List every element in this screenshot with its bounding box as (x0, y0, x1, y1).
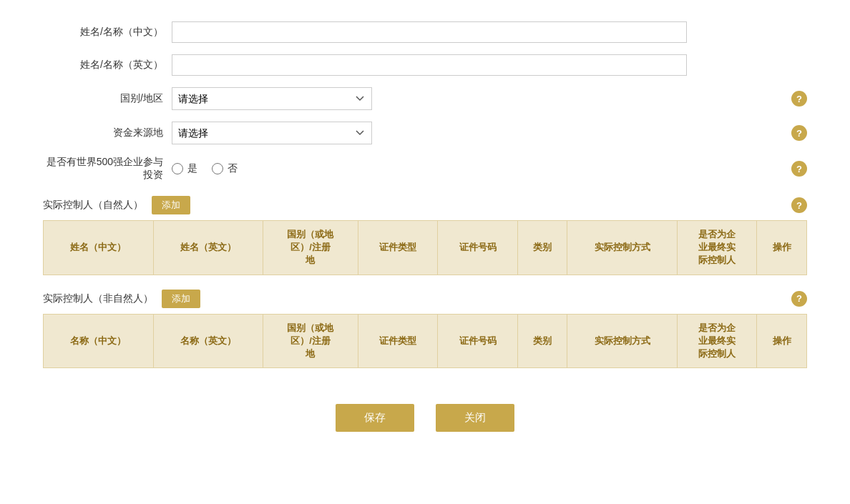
fortune500-radio-group: 是 否 (172, 162, 238, 175)
non-natural-person-add-button[interactable]: 添加 (162, 290, 200, 308)
country-label: 国别/地区 (43, 92, 172, 105)
np-col-control-method: 实际控制方式 (567, 221, 678, 275)
nnp-col-cert-type: 证件类型 (358, 314, 438, 368)
close-button[interactable]: 关闭 (436, 404, 514, 432)
nnp-col-control-method: 实际控制方式 (567, 314, 678, 368)
country-select[interactable]: 请选择 (172, 87, 372, 110)
nnp-col-is-ultimate: 是否为企业最终实际控制人 (677, 314, 757, 368)
np-col-is-ultimate: 是否为企业最终实际控制人 (677, 221, 757, 275)
non-natural-person-table: 名称（中文） 名称（英文） 国别（或地区）/注册地 证件类型 证件号码 类别 实… (43, 314, 807, 369)
name-en-input[interactable] (172, 54, 687, 76)
name-cn-input[interactable] (172, 21, 687, 43)
nnp-col-country: 国别（或地区）/注册地 (263, 314, 358, 368)
fortune500-no-option[interactable]: 否 (212, 162, 238, 175)
name-cn-label: 姓名/名称（中文） (43, 26, 172, 39)
nnp-col-name-en: 名称（英文） (153, 314, 263, 368)
save-button[interactable]: 保存 (336, 404, 414, 432)
natural-person-help-icon[interactable]: ? (791, 197, 807, 213)
fund-source-help-icon[interactable]: ? (791, 125, 807, 141)
natural-person-table-header-row: 姓名（中文） 姓名（英文） 国别（或地区）/注册地 证件类型 证件号码 类别 实… (44, 221, 807, 275)
np-col-cert-no: 证件号码 (438, 221, 518, 275)
non-natural-person-help-icon[interactable]: ? (791, 291, 807, 307)
non-natural-person-header: 实际控制人（非自然人） 添加 ? (43, 290, 807, 308)
np-col-operation: 操作 (757, 221, 807, 275)
non-natural-person-title: 实际控制人（非自然人） (43, 292, 153, 305)
np-col-name-cn: 姓名（中文） (44, 221, 154, 275)
np-col-cert-type: 证件类型 (358, 221, 438, 275)
natural-person-header: 实际控制人（自然人） 添加 ? (43, 196, 807, 214)
fortune500-label: 是否有世界500强企业参与投资 (43, 156, 172, 182)
fortune500-yes-option[interactable]: 是 (172, 162, 197, 175)
np-col-name-en: 姓名（英文） (153, 221, 263, 275)
np-col-country: 国别（或地区）/注册地 (263, 221, 358, 275)
fund-source-select[interactable]: 请选择 (172, 122, 372, 144)
nnp-col-name-cn: 名称（中文） (44, 314, 154, 368)
name-en-label: 姓名/名称（英文） (43, 59, 172, 71)
np-col-category: 类别 (517, 221, 567, 275)
fund-source-row: 资金来源地 请选择 ? (43, 122, 807, 144)
nnp-col-operation: 操作 (757, 314, 807, 368)
fortune500-yes-label: 是 (187, 162, 197, 175)
non-natural-person-section: 实际控制人（非自然人） 添加 ? 名称（中文） 名称（英文） 国别（或地区）/注… (43, 290, 807, 369)
country-help-icon[interactable]: ? (791, 91, 807, 107)
fund-source-label: 资金来源地 (43, 127, 172, 139)
bottom-buttons: 保存 关闭 (43, 404, 807, 453)
natural-person-table: 姓名（中文） 姓名（英文） 国别（或地区）/注册地 证件类型 证件号码 类别 实… (43, 220, 807, 275)
non-natural-person-table-header-row: 名称（中文） 名称（英文） 国别（或地区）/注册地 证件类型 证件号码 类别 实… (44, 314, 807, 368)
form-section: 姓名/名称（中文） 姓名/名称（英文） 国别/地区 请选择 ? 资金来源地 请选… (43, 21, 807, 182)
natural-person-add-button[interactable]: 添加 (152, 196, 190, 214)
name-cn-row: 姓名/名称（中文） (43, 21, 807, 43)
fortune500-no-radio[interactable] (212, 163, 223, 174)
natural-person-title: 实际控制人（自然人） (43, 199, 143, 212)
fortune500-help-icon[interactable]: ? (791, 161, 807, 177)
nnp-col-category: 类别 (517, 314, 567, 368)
name-en-row: 姓名/名称（英文） (43, 54, 807, 76)
fortune500-row: 是否有世界500强企业参与投资 是 否 ? (43, 156, 807, 182)
fortune500-yes-radio[interactable] (172, 163, 183, 174)
natural-person-section: 实际控制人（自然人） 添加 ? 姓名（中文） 姓名（英文） 国别（或地区）/注册… (43, 196, 807, 275)
fortune500-no-label: 否 (228, 162, 238, 175)
nnp-col-cert-no: 证件号码 (438, 314, 518, 368)
country-row: 国别/地区 请选择 ? (43, 87, 807, 110)
